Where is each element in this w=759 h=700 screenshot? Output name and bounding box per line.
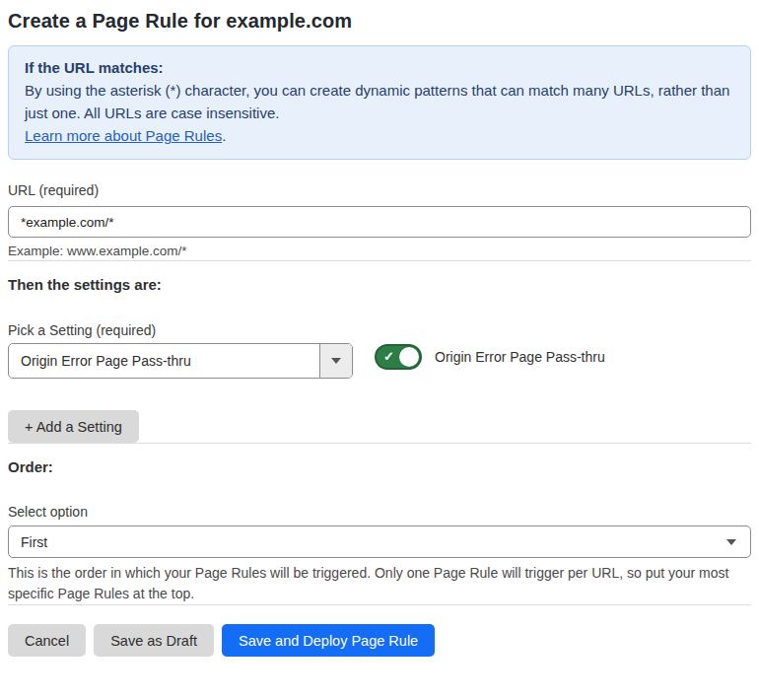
order-section-heading: Order: (8, 457, 751, 477)
link-period: . (222, 127, 226, 144)
info-box-heading: If the URL matches: (25, 56, 734, 79)
url-label: URL (required) (8, 181, 751, 199)
add-setting-button[interactable]: + Add a Setting (8, 410, 139, 443)
order-help-text: This is the order in which your Page Rul… (8, 563, 745, 604)
section-divider (8, 260, 751, 261)
setting-select-value: Origin Error Page Pass-thru (9, 344, 319, 378)
setting-row: Origin Error Page Pass-thru ✓ Origin Err… (8, 343, 751, 379)
setting-toggle-group: ✓ Origin Error Page Pass-thru (375, 344, 605, 370)
section-divider (8, 443, 751, 444)
setting-select-arrow-button[interactable] (319, 344, 352, 378)
settings-section-heading: Then the settings are: (8, 275, 751, 295)
page-title: Create a Page Rule for example.com (8, 8, 751, 34)
save-and-deploy-button[interactable]: Save and Deploy Page Rule (222, 624, 435, 657)
url-example-hint: Example: www.example.com/* (8, 243, 751, 260)
check-icon: ✓ (383, 350, 394, 363)
footer-actions: Cancel Save as Draft Save and Deploy Pag… (8, 624, 751, 657)
setting-select[interactable]: Origin Error Page Pass-thru (8, 343, 353, 379)
caret-down-icon (331, 358, 341, 364)
info-box-body: By using the asterisk (*) character, you… (25, 79, 734, 124)
url-input[interactable] (8, 206, 751, 238)
section-divider (8, 604, 751, 605)
select-option-label: Select option (8, 503, 751, 521)
save-as-draft-button[interactable]: Save as Draft (94, 624, 214, 657)
url-matches-info-box: If the URL matches: By using the asteris… (8, 45, 751, 160)
caret-down-icon (726, 539, 736, 545)
create-page-rule-form: Create a Page Rule for example.com If th… (0, 0, 759, 657)
info-box-link-line: Learn more about Page Rules. (25, 124, 734, 147)
toggle-knob (399, 347, 419, 367)
pick-setting-label: Pick a Setting (required) (8, 321, 751, 339)
order-select-value: First (21, 534, 726, 550)
setting-toggle-label: Origin Error Page Pass-thru (435, 349, 605, 365)
cancel-button[interactable]: Cancel (8, 624, 86, 657)
setting-toggle[interactable]: ✓ (375, 344, 422, 370)
learn-more-link[interactable]: Learn more about Page Rules (25, 127, 222, 144)
order-select[interactable]: First (8, 525, 751, 558)
